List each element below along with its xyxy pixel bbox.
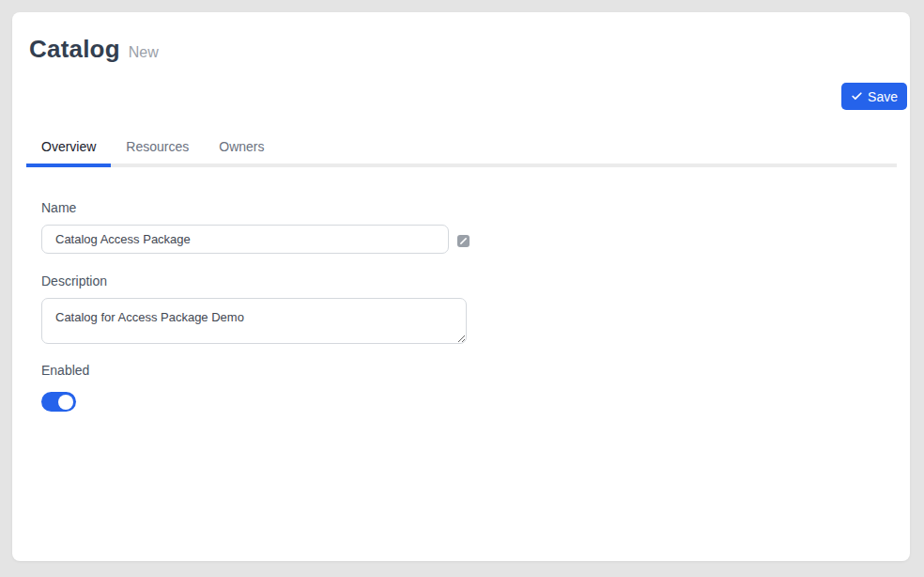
check-icon	[851, 90, 863, 102]
tab-resources[interactable]: Resources	[111, 130, 204, 164]
name-input[interactable]	[41, 225, 449, 254]
enabled-label: Enabled	[41, 363, 89, 378]
tab-owners[interactable]: Owners	[204, 130, 279, 164]
tab-track	[26, 164, 897, 167]
tab-owners-label: Owners	[219, 139, 264, 154]
description-textarea[interactable]: Catalog for Access Package Demo	[41, 298, 467, 344]
tab-overview[interactable]: Overview	[26, 130, 111, 164]
toggle-knob	[58, 395, 73, 410]
page-subtitle: New	[129, 44, 159, 61]
save-button-label: Save	[868, 89, 898, 104]
description-label: Description	[41, 273, 107, 288]
pencil-icon[interactable]	[457, 235, 470, 247]
tab-overview-label: Overview	[41, 139, 96, 154]
save-button[interactable]: Save	[841, 83, 907, 110]
catalog-card: Catalog New Save Overview Resources Owne…	[12, 12, 910, 561]
name-label: Name	[41, 200, 76, 215]
page-header: Catalog New	[29, 35, 159, 64]
tab-resources-label: Resources	[126, 139, 189, 154]
enabled-toggle[interactable]	[41, 392, 76, 412]
tab-bar: Overview Resources Owners	[26, 130, 897, 167]
page-title: Catalog	[29, 35, 120, 64]
